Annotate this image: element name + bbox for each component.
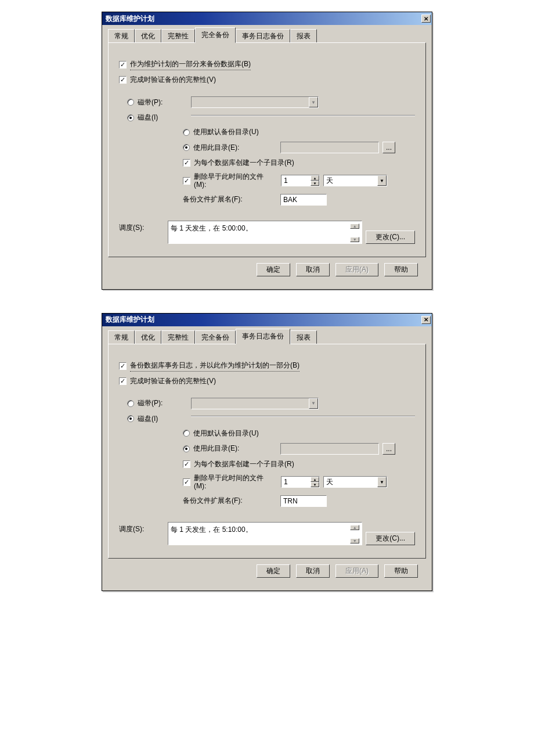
schedule-text: 每 1 天发生，在 5:10:00。: [171, 525, 252, 542]
checkbox-backup-as-part[interactable]: [119, 61, 127, 69]
row-subdir: 为每个数据库创建一个子目录(R): [183, 158, 415, 168]
tab-body: 备份数据库事务日志，并以此作为维护计划的一部分(B)完成时验证备份的完整性(V)…: [108, 344, 426, 559]
tab-3[interactable]: 完全备份: [195, 27, 236, 43]
radio-tape[interactable]: [127, 99, 134, 106]
change-button[interactable]: 更改(C)...: [366, 231, 415, 244]
radio-default-dir[interactable]: [183, 430, 190, 437]
tab-4[interactable]: 事务日志备份: [236, 29, 290, 43]
checkbox-verify-integrity[interactable]: [119, 76, 127, 84]
close-icon[interactable]: ✕: [421, 15, 431, 23]
tab-1[interactable]: 优化: [135, 330, 161, 344]
help-button[interactable]: 帮助: [384, 564, 418, 578]
label-this-dir: 使用此目录(E):: [193, 143, 280, 153]
schedule-text: 每 1 天发生，在 5:00:00。: [171, 224, 252, 241]
dialog-title: 数据库维护计划: [106, 315, 154, 325]
row-verify: 完成时验证备份的完整性(V): [119, 376, 415, 386]
label-verify: 完成时验证备份的完整性(V): [130, 75, 216, 85]
label-backup-as-part: 作为维护计划的一部分来备份数据库(B): [130, 59, 251, 70]
delete-older-spinner[interactable]: ▲▼: [281, 476, 320, 488]
dialog-title: 数据库维护计划: [106, 14, 154, 24]
row-schedule: 调度(S):每 1 天发生，在 5:10:00。▲▼更改(C)...: [119, 522, 415, 545]
tab-4[interactable]: 事务日志备份: [236, 329, 290, 344]
tab-body: 作为维护计划的一部分来备份数据库(B)完成时验证备份的完整性(V)磁带(P):▼…: [108, 42, 426, 257]
ok-button[interactable]: 确定: [257, 564, 290, 578]
label-schedule: 调度(S):: [119, 221, 168, 233]
tab-3[interactable]: 完全备份: [195, 330, 236, 344]
radio-disk[interactable]: [127, 415, 134, 422]
browse-button[interactable]: ...: [383, 142, 395, 153]
row-delete-older: 删除早于此时间的文件(M):▲▼天▼: [183, 474, 415, 491]
row-this-dir: 使用此目录(E):...: [183, 142, 415, 153]
delete-older-value[interactable]: [282, 477, 311, 487]
tab-2[interactable]: 完整性: [161, 29, 195, 43]
extension-input[interactable]: [280, 495, 327, 507]
row-verify: 完成时验证备份的完整性(V): [119, 75, 415, 85]
radio-this-dir[interactable]: [183, 445, 190, 452]
tab-0[interactable]: 常规: [108, 29, 135, 43]
delete-older-value[interactable]: [282, 175, 311, 186]
label-subdir: 为每个数据库创建一个子目录(R): [194, 459, 294, 469]
spin-down-icon[interactable]: ▼: [311, 181, 319, 186]
spin-up-icon[interactable]: ▲: [311, 175, 319, 181]
radio-tape[interactable]: [127, 400, 134, 407]
cancel-button[interactable]: 取消: [296, 564, 330, 578]
tabs: 常规优化完整性完全备份事务日志备份报表: [108, 331, 426, 344]
tabs: 常规优化完整性完全备份事务日志备份报表: [108, 30, 426, 42]
chevron-down-icon: ▼: [309, 97, 318, 107]
schedule-textarea[interactable]: 每 1 天发生，在 5:10:00。▲▼: [168, 522, 362, 545]
row-backup-part: 备份数据库事务日志，并以此作为维护计划的一部分(B): [119, 361, 415, 372]
browse-button[interactable]: ...: [383, 443, 395, 455]
spin-up-icon[interactable]: ▲: [311, 477, 319, 482]
radio-this-dir[interactable]: [183, 144, 190, 151]
scroll-down-icon: ▼: [350, 538, 359, 543]
radio-disk[interactable]: [127, 114, 134, 121]
delete-older-unit: 天: [326, 176, 333, 186]
label-default-dir: 使用默认备份目录(U): [193, 429, 259, 438]
dialog-maintenance-plan: 数据库维护计划✕常规优化完整性完全备份事务日志备份报表备份数据库事务日志，并以此…: [102, 313, 432, 591]
directory-input[interactable]: [280, 443, 379, 455]
cancel-button[interactable]: 取消: [296, 263, 330, 276]
checkbox-subdir[interactable]: [183, 159, 190, 167]
row-default-dir: 使用默认备份目录(U): [183, 429, 415, 438]
row-default-dir: 使用默认备份目录(U): [183, 127, 415, 137]
row-schedule: 调度(S):每 1 天发生，在 5:00:00。▲▼更改(C)...: [119, 221, 415, 244]
row-delete-older: 删除早于此时间的文件(M):▲▼天▼: [183, 172, 415, 189]
chevron-down-icon: ▼: [309, 398, 318, 409]
delete-older-unit-select[interactable]: 天▼: [323, 175, 387, 186]
radio-default-dir[interactable]: [183, 129, 190, 136]
scroll-up-icon: ▲: [350, 224, 359, 229]
change-button[interactable]: 更改(C)...: [366, 532, 415, 545]
chevron-down-icon[interactable]: ▼: [377, 477, 387, 487]
label-delete-older: 删除早于此时间的文件(M):: [194, 172, 281, 189]
row-disk: 磁盘(I): [127, 113, 415, 123]
chevron-down-icon[interactable]: ▼: [377, 175, 387, 186]
tab-5[interactable]: 报表: [290, 330, 317, 344]
close-icon[interactable]: ✕: [421, 316, 431, 324]
tab-2[interactable]: 完整性: [161, 330, 195, 344]
checkbox-delete-older[interactable]: [183, 177, 190, 185]
schedule-textarea[interactable]: 每 1 天发生，在 5:00:00。▲▼: [168, 221, 362, 244]
directory-input[interactable]: [280, 142, 379, 153]
dialog-content: 常规优化完整性完全备份事务日志备份报表作为维护计划的一部分来备份数据库(B)完成…: [102, 25, 432, 289]
spin-down-icon[interactable]: ▼: [311, 482, 319, 487]
label-schedule: 调度(S):: [119, 522, 168, 534]
help-button[interactable]: 帮助: [384, 263, 418, 276]
scroll-down-icon: ▼: [350, 237, 359, 242]
label-tape: 磁带(P):: [138, 398, 191, 408]
apply-button: 应用(A): [335, 564, 378, 578]
extension-input[interactable]: [280, 194, 327, 206]
checkbox-backup-as-part[interactable]: [119, 362, 127, 370]
tab-5[interactable]: 报表: [290, 29, 317, 43]
tab-0[interactable]: 常规: [108, 330, 135, 344]
delete-older-unit-select[interactable]: 天▼: [323, 476, 387, 488]
checkbox-verify-integrity[interactable]: [119, 377, 127, 385]
tape-combo: ▼: [191, 96, 319, 108]
row-backup-part: 作为维护计划的一部分来备份数据库(B): [119, 59, 415, 70]
checkbox-subdir[interactable]: [183, 460, 190, 468]
delete-older-spinner[interactable]: ▲▼: [281, 175, 320, 186]
tab-1[interactable]: 优化: [135, 29, 161, 43]
label-backup-as-part: 备份数据库事务日志，并以此作为维护计划的一部分(B): [130, 361, 300, 372]
checkbox-delete-older[interactable]: [183, 478, 190, 486]
ok-button[interactable]: 确定: [257, 263, 290, 276]
dialog-content: 常规优化完整性完全备份事务日志备份报表备份数据库事务日志，并以此作为维护计划的一…: [102, 326, 432, 591]
